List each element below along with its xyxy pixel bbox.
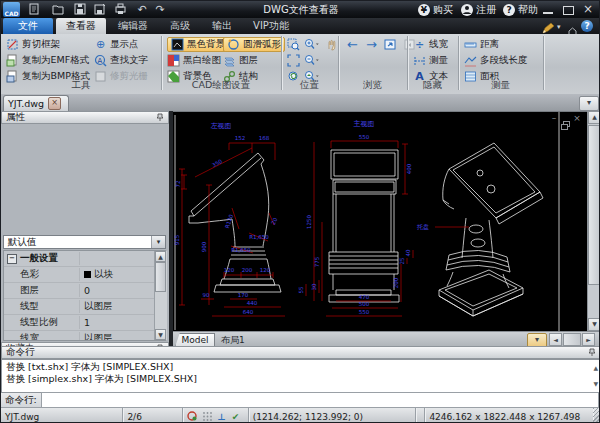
zoom-out-icon[interactable] [303, 53, 320, 68]
zoom-in-icon[interactable] [303, 37, 320, 52]
layout1-tab[interactable]: 布局1 [221, 333, 261, 347]
next-view-icon[interactable]: → [363, 37, 380, 52]
property-name: 图层 [4, 284, 80, 297]
app-logo-icon[interactable]: CAD [3, 2, 20, 17]
pin-icon[interactable] [588, 348, 596, 357]
pin-icon[interactable] [156, 113, 164, 122]
property-value[interactable]: 1 [80, 317, 165, 328]
scroll-thumb[interactable] [588, 125, 600, 285]
edit-check-icon[interactable]: ✔ [229, 410, 241, 423]
scroll-down-icon[interactable]: ▼ [588, 318, 600, 331]
property-name: 线型 [4, 300, 80, 313]
maximize-button[interactable] [563, 6, 574, 15]
find-text-button[interactable]: A 查找文字 [94, 53, 148, 68]
toolbar-overflow-button[interactable]: ▾ [579, 96, 599, 111]
ortho-icon[interactable]: ⊥ [215, 410, 227, 423]
bw-drawing-icon [167, 54, 180, 67]
distance-button[interactable]: 距离 [464, 37, 528, 52]
black-background-icon [171, 38, 184, 51]
cad-canvas[interactable]: 左视图15216835072915900R12020R1,650R1,65012… [173, 111, 587, 332]
buy-button[interactable]: ¥ 购买 [418, 2, 453, 17]
property-row[interactable]: 线型以图层 [4, 299, 165, 315]
dimension-label: 915 [174, 234, 180, 245]
zoom-extents-icon[interactable] [285, 53, 302, 68]
goto-view-icon[interactable] [382, 37, 399, 52]
mdi-close-icon[interactable]: × [572, 114, 582, 124]
button-label: 剪切框架 [22, 38, 60, 51]
property-group-row[interactable]: −一般设置 [4, 251, 165, 267]
properties-panel-header: 属性 [1, 111, 169, 124]
new-file-icon[interactable] [27, 3, 41, 16]
scroll-down-icon[interactable]: ▼ [155, 329, 166, 340]
scroll-up-icon[interactable]: ▲ [588, 111, 600, 124]
scroll-thumb[interactable] [155, 262, 166, 292]
document-tab[interactable]: YJT.dwg × [3, 95, 69, 111]
redo-icon[interactable]: ↷ [153, 3, 167, 16]
model-tab[interactable]: Model [175, 333, 215, 347]
scroll-left-icon[interactable]: ◄ [549, 333, 562, 346]
group-label-measure: 测量 [458, 79, 543, 92]
mdi-restore-icon[interactable] [561, 115, 570, 134]
dimension-label: 775 [314, 256, 320, 267]
tab-close-icon[interactable]: × [48, 97, 61, 110]
scroll-right-icon[interactable]: ► [582, 333, 595, 346]
property-row[interactable]: 色彩以块 [4, 267, 165, 283]
black-background-toggle[interactable]: 黑色背景 [167, 37, 229, 52]
hide-measure-button[interactable]: 测量 [413, 53, 448, 68]
help-circle-icon[interactable]: ? [581, 20, 593, 32]
dimension-label: 主视图 [354, 119, 375, 128]
menu-tab-editor[interactable]: 编辑器 [109, 18, 157, 34]
print-icon[interactable] [113, 3, 127, 16]
menu-tab-advanced[interactable]: 高级 [161, 18, 199, 34]
command-input[interactable] [41, 392, 599, 408]
property-value[interactable]: 以图层 [80, 332, 165, 341]
resize-grip[interactable] [593, 408, 600, 423]
property-value[interactable]: 0 [80, 285, 165, 296]
canvas-vscrollbar[interactable]: ▲ ▼ [587, 111, 600, 331]
help-button[interactable]: ? 帮助 [503, 2, 538, 17]
property-preset-select[interactable]: 默认值 ▾ [3, 235, 166, 249]
register-button[interactable]: 注册 [461, 2, 496, 17]
property-value[interactable]: 以块 [80, 268, 165, 281]
property-row[interactable]: 图层0 [4, 283, 165, 299]
polyline-length-button[interactable]: 多段线长度 [464, 53, 528, 68]
property-name: 线型比例 [4, 316, 80, 329]
combo-dropdown-icon[interactable]: ▾ [151, 236, 165, 248]
save-as-icon[interactable] [93, 3, 107, 16]
property-value[interactable]: 以图层 [80, 300, 165, 313]
preset-value: 默认值 [8, 236, 37, 249]
command-line-1: 替换 [txt.shx] 字体为 [SIMPLEX.SHX] [6, 361, 596, 373]
collapse-icon[interactable]: − [7, 254, 17, 264]
scroll-up-icon[interactable]: ▲ [155, 251, 166, 262]
smooth-arc-toggle[interactable]: 圆滑弧形 [223, 37, 285, 52]
open-file-icon[interactable] [51, 3, 65, 16]
cut-frame-button[interactable]: 剪切框架 [6, 37, 90, 52]
undo-icon[interactable]: ↶ [135, 3, 149, 16]
menu-tab-output[interactable]: 输出 [203, 18, 241, 34]
grid-icon[interactable] [201, 410, 213, 423]
properties-title: 属性 [6, 111, 25, 124]
scroll-up-icon[interactable]: ▲ [593, 362, 598, 374]
bw-drawing-button[interactable]: 黑白绘图 [167, 53, 229, 68]
hide-lineweight-button[interactable]: ÷ 线宽 [413, 37, 448, 52]
previous-view-icon[interactable]: ← [344, 37, 361, 52]
property-row[interactable]: 线型比例1 [4, 315, 165, 331]
zoom-window-icon[interactable] [285, 37, 302, 52]
copy-emf-button[interactable]: 复制为EMF格式 [6, 53, 90, 68]
scroll-down-icon[interactable]: ▼ [593, 378, 598, 390]
property-grid-scrollbar[interactable]: ▲ ▼ [154, 251, 167, 340]
menu-tab-file[interactable]: 文件 [3, 18, 53, 34]
save-icon[interactable] [73, 3, 87, 16]
command-output[interactable]: 替换 [txt.shx] 字体为 [SIMPLEX.SHX] 替换 [simpl… [1, 359, 600, 393]
menu-tab-vip[interactable]: VIP功能 [245, 18, 297, 34]
hscroll-thumb[interactable] [563, 333, 581, 346]
property-row[interactable]: 线宽以图层 [4, 331, 165, 341]
layers-button[interactable]: 图层 [223, 53, 285, 68]
menu-tab-viewer[interactable]: 查看器 [56, 18, 106, 34]
mdi-minimize-icon[interactable]: – [549, 114, 559, 124]
show-points-button[interactable]: ⊕ 显示点 [94, 37, 148, 52]
snap-icon[interactable] [187, 410, 199, 423]
close-button[interactable]: × [581, 4, 595, 15]
minimize-button[interactable] [543, 12, 553, 14]
pen-dropdown-icon[interactable]: ▾ [557, 23, 561, 31]
